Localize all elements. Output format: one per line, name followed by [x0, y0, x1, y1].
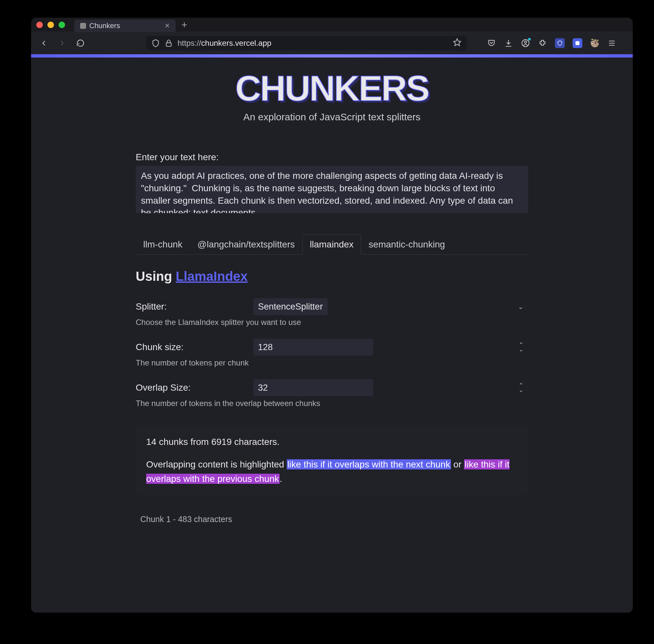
page-viewport[interactable]: CHUNKERS An exploration of JavaScript te…	[31, 58, 633, 613]
stepper-icon: ⌃⌄	[519, 383, 523, 393]
shield-icon	[151, 39, 160, 47]
bookmark-star-icon[interactable]	[453, 38, 461, 48]
panel-heading: Using LlamaIndex	[136, 269, 528, 284]
pocket-icon[interactable]	[487, 39, 496, 48]
svg-point-2	[524, 41, 527, 43]
tab-close-icon[interactable]: ×	[165, 21, 170, 31]
splitter-select[interactable]: SentenceSplitter	[253, 298, 328, 315]
result-summary-box: 14 chunks from 6919 characters. Overlapp…	[136, 426, 528, 495]
overlap-size-help: The number of tokens in the overlap betw…	[136, 399, 528, 408]
text-input[interactable]: As you adopt AI practices, one of the mo…	[136, 166, 528, 213]
chunk-size-row: Chunk size: ⌃⌄	[136, 339, 528, 356]
arrow-right-icon	[58, 39, 66, 47]
new-tab-button[interactable]: +	[181, 19, 187, 30]
back-button[interactable]	[38, 39, 49, 47]
overlap-legend-mid: or	[451, 459, 464, 469]
chevron-down-icon: ⌄	[518, 303, 523, 310]
window-minimize-button[interactable]	[47, 22, 54, 28]
tab-llm-chunk[interactable]: llm-chunk	[136, 234, 190, 255]
extension-emoji-icon[interactable]: 🦥	[590, 39, 600, 48]
splitter-label: Splitter:	[136, 301, 247, 312]
site-logo: CHUNKERS	[136, 67, 528, 109]
reload-button[interactable]	[75, 39, 86, 47]
chunk-size-help: The number of tokens per chunk	[136, 358, 528, 367]
tab-semantic-chunking[interactable]: semantic-chunking	[361, 234, 452, 255]
splitter-help: Choose the LlamaIndex splitter you want …	[136, 318, 528, 327]
forward-button[interactable]	[57, 39, 68, 47]
browser-tabs-row: Chunkers × +	[74, 18, 187, 32]
browser-toolbar: https://chunkers.vercel.app	[31, 32, 633, 54]
page-content: CHUNKERS An exploration of JavaScript te…	[136, 58, 528, 544]
download-icon[interactable]	[504, 39, 513, 48]
url-domain: chunkers.vercel.app	[201, 39, 271, 47]
highlight-next-example: like this if it overlaps with the next c…	[287, 459, 451, 469]
stepper-icon: ⌃⌄	[519, 343, 523, 352]
tab-title: Chunkers	[89, 22, 120, 30]
arrow-left-icon	[40, 39, 48, 47]
tab-langchain-textsplitters[interactable]: @langchain/textsplitters	[190, 234, 302, 255]
browser-tab-active[interactable]: Chunkers ×	[74, 20, 176, 32]
llamaindex-link[interactable]: LlamaIndex	[176, 269, 248, 283]
result-overlap-legend: Overlapping content is highlighted like …	[146, 457, 518, 486]
overlap-size-input[interactable]	[253, 379, 373, 396]
window-close-button[interactable]	[36, 22, 43, 28]
tab-favicon	[80, 23, 86, 29]
overlap-legend-suffix: .	[279, 474, 282, 484]
lock-icon	[164, 39, 173, 47]
site-subtitle: An exploration of JavaScript text splitt…	[136, 112, 528, 122]
tab-llamaindex[interactable]: llamaindex	[302, 234, 361, 255]
url-bar[interactable]: https://chunkers.vercel.app	[146, 36, 467, 50]
heading-prefix: Using	[136, 269, 176, 283]
chunk-size-input[interactable]	[253, 339, 373, 356]
browser-window: Chunkers × + https://chunkers.vercel.app	[31, 18, 633, 613]
chunk-size-label: Chunk size:	[136, 342, 247, 352]
url-prefix: https://	[178, 39, 201, 47]
extensions-icon[interactable]	[538, 39, 547, 48]
overlap-size-label: Overlap Size:	[136, 383, 247, 393]
url-text: https://chunkers.vercel.app	[178, 39, 448, 48]
accent-strip	[31, 54, 633, 58]
result-summary-text: 14 chunks from 6919 characters.	[146, 435, 518, 449]
traffic-lights	[36, 22, 65, 28]
svg-rect-0	[166, 43, 171, 46]
svg-rect-3	[576, 41, 580, 45]
overlap-size-row: Overlap Size: ⌃⌄	[136, 379, 528, 396]
toolbar-extensions: 🦥	[487, 38, 616, 48]
app-menu-icon[interactable]	[607, 39, 616, 48]
library-tabs: llm-chunk @langchain/textsplitters llama…	[136, 234, 528, 255]
chunk-1-label: Chunk 1 - 483 characters	[136, 514, 528, 524]
account-icon[interactable]	[521, 39, 530, 48]
reload-icon	[76, 39, 85, 47]
overlap-legend-prefix: Overlapping content is highlighted	[146, 459, 287, 469]
splitter-row: Splitter: SentenceSplitter ⌄	[136, 298, 528, 315]
textarea-label: Enter your text here:	[136, 152, 528, 162]
extension-badge-1[interactable]	[555, 38, 565, 48]
window-maximize-button[interactable]	[59, 22, 65, 28]
window-titlebar: Chunkers × +	[31, 18, 633, 32]
extension-badge-2[interactable]	[572, 38, 582, 48]
